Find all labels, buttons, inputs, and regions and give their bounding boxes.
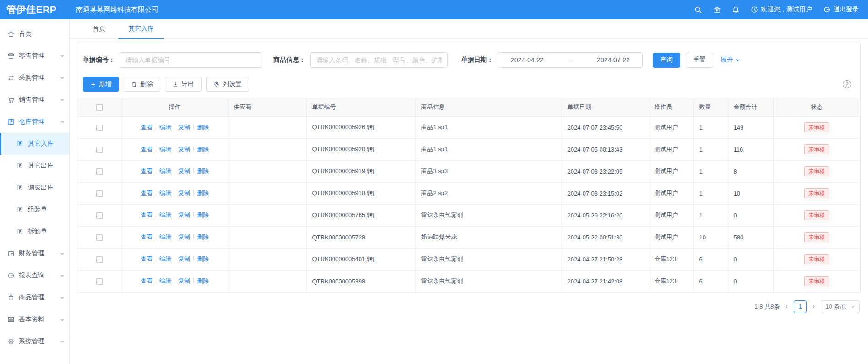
copy-link[interactable]: 复制 [178,146,190,152]
row-checkbox[interactable] [96,190,103,197]
date-to[interactable]: 2024-07-22 [597,56,630,64]
delete-link[interactable]: 删除 [197,190,209,196]
delete-link[interactable]: 删除 [197,255,209,262]
search-button[interactable]: 查询 [653,53,680,68]
row-checkbox[interactable] [96,168,103,175]
view-link[interactable]: 查看 [141,168,153,174]
delete-link[interactable]: 删除 [197,124,209,130]
edit-link[interactable]: 编辑 [159,190,171,196]
edit-link[interactable]: 编辑 [159,255,171,262]
table-row: 查看编辑复制删除 QTRK00000005401[转] 雷达杀虫气雾剂 2024… [77,248,860,270]
edit-link[interactable]: 编辑 [159,124,171,130]
sidebar-item-disassembly[interactable]: 拆卸单 [0,221,69,243]
copy-link[interactable]: 复制 [178,168,190,174]
copy-link[interactable]: 复制 [178,190,190,196]
edit-link[interactable]: 编辑 [159,212,171,218]
export-button[interactable]: 导出 [165,77,202,92]
chevron-down-icon [60,339,65,344]
view-link[interactable]: 查看 [141,190,153,196]
delete-link[interactable]: 删除 [197,212,209,218]
delete-link[interactable]: 删除 [197,146,209,152]
view-link[interactable]: 查看 [141,146,153,152]
delete-link[interactable]: 删除 [197,234,209,240]
divider [175,168,175,174]
row-checkbox[interactable] [96,278,103,285]
copy-link[interactable]: 复制 [178,212,190,218]
view-link[interactable]: 查看 [141,277,153,284]
edit-link[interactable]: 编辑 [159,277,171,284]
doc-no-input[interactable] [120,52,262,68]
doc-icon [16,206,24,213]
sidebar-item-finance[interactable]: 财务管理 [0,243,69,265]
doc-date-label: 单据日期： [461,56,493,64]
sidebar-item-transfer-outbound[interactable]: 调拨出库 [0,177,69,199]
prev-page-icon[interactable] [784,304,789,309]
home-icon [7,30,15,38]
page-number[interactable]: 1 [794,300,807,313]
sidebar-item-retail[interactable]: 零售管理 [0,45,69,67]
divider [175,234,175,239]
date-range-picker[interactable]: 2024-04-22 ~ 2024-07-22 [498,52,643,68]
chevron-down-icon [60,54,65,58]
row-checkbox[interactable] [96,212,103,219]
edit-link[interactable]: 编辑 [159,168,171,174]
date-separator: ~ [568,56,572,64]
sidebar-item-warehouse[interactable]: 仓库管理 [0,111,69,133]
column-settings-button[interactable]: 列设置 [206,77,249,92]
view-link[interactable]: 查看 [141,124,153,130]
organization-icon[interactable] [713,6,721,14]
reset-button[interactable]: 重置 [686,53,713,68]
delete-link[interactable]: 删除 [197,168,209,174]
cell-doc-no: QTRK00000005919[转] [306,160,415,182]
sidebar-item-products[interactable]: 商品管理 [0,287,69,309]
help-icon[interactable]: ? [843,80,851,88]
cell-doc-no: QTRK00000005765[转] [306,204,415,226]
sidebar-item-purchase[interactable]: 采购管理 [0,67,69,89]
delete-link[interactable]: 删除 [197,277,209,284]
add-button[interactable]: 新增 [83,77,119,92]
row-checkbox[interactable] [96,234,103,241]
row-checkbox[interactable] [96,147,103,153]
row-checkbox[interactable] [96,256,103,263]
welcome-user[interactable]: 欢迎您，测试用户 [751,5,812,14]
edit-link[interactable]: 编辑 [159,146,171,152]
topbar-right: 欢迎您，测试用户 退出登录 [694,5,868,14]
delete-button[interactable]: 删除 [124,77,160,92]
table-header-row: 操作 供应商 单据编号 商品信息 单据日期 操作员 数量 金额合计 状态 [77,98,860,116]
copy-link[interactable]: 复制 [178,255,190,262]
view-link[interactable]: 查看 [141,255,153,262]
page-size-select[interactable]: 10 条/页 [821,300,860,313]
sidebar-item-basic-data[interactable]: 基本资料 [0,309,69,331]
sidebar-item-other-inbound[interactable]: 其它入库 [0,133,69,155]
tab-other-inbound[interactable]: 其它入库 [118,19,164,39]
copy-link[interactable]: 复制 [178,124,190,130]
next-page-icon[interactable] [811,304,816,309]
sidebar-item-other-outbound[interactable]: 其它出库 [0,155,69,177]
copy-link[interactable]: 复制 [178,234,190,240]
view-link[interactable]: 查看 [141,234,153,240]
sidebar-item-home[interactable]: 首页 [0,23,69,45]
edit-link[interactable]: 编辑 [159,234,171,240]
filter-row: 单据编号： 商品信息： 单据日期： 2024-04-22 ~ 2024-07-2… [77,42,860,77]
select-all-checkbox[interactable] [96,104,103,111]
sidebar-item-sales[interactable]: 销售管理 [0,89,69,111]
sidebar-item-reports[interactable]: 报表查询 [0,265,69,287]
sidebar-item-system[interactable]: 系统管理 [0,331,69,353]
expand-link[interactable]: 展开 [721,56,740,64]
search-icon[interactable] [694,6,702,14]
col-date: 单据日期 [562,98,649,116]
cell-supplier [228,116,306,138]
cell-qty: 1 [693,204,728,226]
row-checkbox[interactable] [96,125,103,131]
copy-link[interactable]: 复制 [178,277,190,284]
sidebar-item-assembly[interactable]: 组装单 [0,199,69,221]
chevron-down-icon [60,98,65,102]
cell-supplier [228,226,306,248]
col-status: 状态 [773,98,860,116]
view-link[interactable]: 查看 [141,212,153,218]
tab-home[interactable]: 首页 [82,19,115,39]
product-info-input[interactable] [310,52,448,68]
logout-button[interactable]: 退出登录 [823,5,859,14]
date-from[interactable]: 2024-04-22 [511,56,544,64]
bell-icon[interactable] [732,6,740,14]
